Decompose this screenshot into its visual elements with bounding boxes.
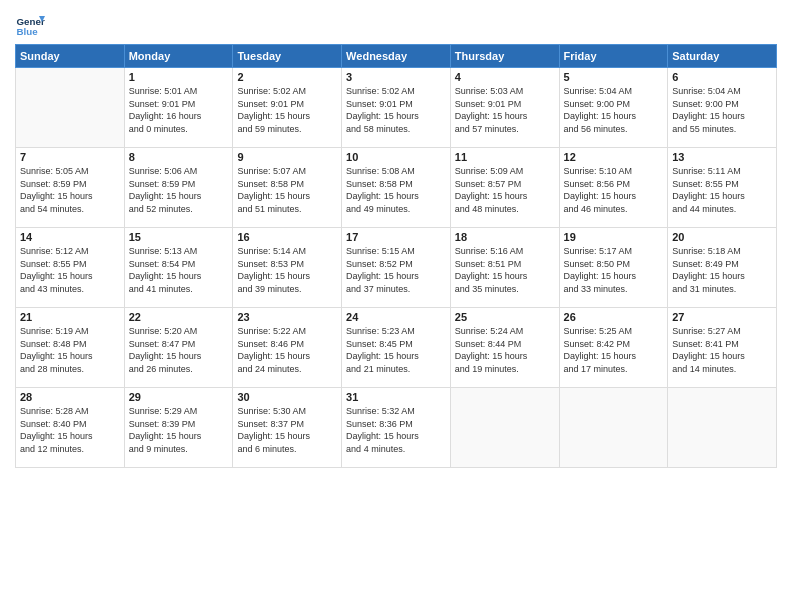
calendar-week-row: 1Sunrise: 5:01 AM Sunset: 9:01 PM Daylig… (16, 68, 777, 148)
calendar-cell: 29Sunrise: 5:29 AM Sunset: 8:39 PM Dayli… (124, 388, 233, 468)
calendar-cell: 25Sunrise: 5:24 AM Sunset: 8:44 PM Dayli… (450, 308, 559, 388)
day-info: Sunrise: 5:02 AM Sunset: 9:01 PM Dayligh… (237, 85, 337, 135)
weekday-header-saturday: Saturday (668, 45, 777, 68)
day-info: Sunrise: 5:19 AM Sunset: 8:48 PM Dayligh… (20, 325, 120, 375)
day-info: Sunrise: 5:02 AM Sunset: 9:01 PM Dayligh… (346, 85, 446, 135)
day-number: 13 (672, 151, 772, 163)
day-number: 10 (346, 151, 446, 163)
day-info: Sunrise: 5:18 AM Sunset: 8:49 PM Dayligh… (672, 245, 772, 295)
calendar-cell: 31Sunrise: 5:32 AM Sunset: 8:36 PM Dayli… (342, 388, 451, 468)
svg-text:Blue: Blue (17, 26, 39, 37)
calendar-cell (559, 388, 668, 468)
calendar-week-row: 28Sunrise: 5:28 AM Sunset: 8:40 PM Dayli… (16, 388, 777, 468)
day-number: 7 (20, 151, 120, 163)
day-number: 1 (129, 71, 229, 83)
calendar-cell (16, 68, 125, 148)
calendar-cell: 27Sunrise: 5:27 AM Sunset: 8:41 PM Dayli… (668, 308, 777, 388)
calendar-cell: 7Sunrise: 5:05 AM Sunset: 8:59 PM Daylig… (16, 148, 125, 228)
calendar-week-row: 7Sunrise: 5:05 AM Sunset: 8:59 PM Daylig… (16, 148, 777, 228)
day-number: 30 (237, 391, 337, 403)
day-info: Sunrise: 5:04 AM Sunset: 9:00 PM Dayligh… (672, 85, 772, 135)
day-number: 19 (564, 231, 664, 243)
day-info: Sunrise: 5:27 AM Sunset: 8:41 PM Dayligh… (672, 325, 772, 375)
calendar-cell: 12Sunrise: 5:10 AM Sunset: 8:56 PM Dayli… (559, 148, 668, 228)
calendar-cell: 23Sunrise: 5:22 AM Sunset: 8:46 PM Dayli… (233, 308, 342, 388)
day-number: 12 (564, 151, 664, 163)
day-number: 4 (455, 71, 555, 83)
day-info: Sunrise: 5:04 AM Sunset: 9:00 PM Dayligh… (564, 85, 664, 135)
day-info: Sunrise: 5:06 AM Sunset: 8:59 PM Dayligh… (129, 165, 229, 215)
calendar-cell: 2Sunrise: 5:02 AM Sunset: 9:01 PM Daylig… (233, 68, 342, 148)
calendar-cell (668, 388, 777, 468)
day-number: 29 (129, 391, 229, 403)
calendar-cell: 18Sunrise: 5:16 AM Sunset: 8:51 PM Dayli… (450, 228, 559, 308)
day-number: 26 (564, 311, 664, 323)
day-info: Sunrise: 5:15 AM Sunset: 8:52 PM Dayligh… (346, 245, 446, 295)
day-info: Sunrise: 5:12 AM Sunset: 8:55 PM Dayligh… (20, 245, 120, 295)
day-number: 21 (20, 311, 120, 323)
calendar-cell: 11Sunrise: 5:09 AM Sunset: 8:57 PM Dayli… (450, 148, 559, 228)
day-info: Sunrise: 5:30 AM Sunset: 8:37 PM Dayligh… (237, 405, 337, 455)
calendar-cell: 21Sunrise: 5:19 AM Sunset: 8:48 PM Dayli… (16, 308, 125, 388)
day-number: 20 (672, 231, 772, 243)
day-info: Sunrise: 5:24 AM Sunset: 8:44 PM Dayligh… (455, 325, 555, 375)
day-number: 3 (346, 71, 446, 83)
calendar-cell (450, 388, 559, 468)
day-number: 15 (129, 231, 229, 243)
day-number: 6 (672, 71, 772, 83)
day-info: Sunrise: 5:14 AM Sunset: 8:53 PM Dayligh… (237, 245, 337, 295)
calendar-cell: 10Sunrise: 5:08 AM Sunset: 8:58 PM Dayli… (342, 148, 451, 228)
day-info: Sunrise: 5:16 AM Sunset: 8:51 PM Dayligh… (455, 245, 555, 295)
day-number: 22 (129, 311, 229, 323)
day-info: Sunrise: 5:13 AM Sunset: 8:54 PM Dayligh… (129, 245, 229, 295)
weekday-header-wednesday: Wednesday (342, 45, 451, 68)
calendar-cell: 1Sunrise: 5:01 AM Sunset: 9:01 PM Daylig… (124, 68, 233, 148)
day-info: Sunrise: 5:23 AM Sunset: 8:45 PM Dayligh… (346, 325, 446, 375)
day-number: 5 (564, 71, 664, 83)
calendar-cell: 28Sunrise: 5:28 AM Sunset: 8:40 PM Dayli… (16, 388, 125, 468)
calendar-cell: 20Sunrise: 5:18 AM Sunset: 8:49 PM Dayli… (668, 228, 777, 308)
day-info: Sunrise: 5:05 AM Sunset: 8:59 PM Dayligh… (20, 165, 120, 215)
day-info: Sunrise: 5:29 AM Sunset: 8:39 PM Dayligh… (129, 405, 229, 455)
calendar-cell: 9Sunrise: 5:07 AM Sunset: 8:58 PM Daylig… (233, 148, 342, 228)
calendar-week-row: 14Sunrise: 5:12 AM Sunset: 8:55 PM Dayli… (16, 228, 777, 308)
day-number: 27 (672, 311, 772, 323)
day-info: Sunrise: 5:17 AM Sunset: 8:50 PM Dayligh… (564, 245, 664, 295)
calendar-cell: 26Sunrise: 5:25 AM Sunset: 8:42 PM Dayli… (559, 308, 668, 388)
calendar-cell: 6Sunrise: 5:04 AM Sunset: 9:00 PM Daylig… (668, 68, 777, 148)
logo: General Blue (15, 10, 45, 40)
day-info: Sunrise: 5:07 AM Sunset: 8:58 PM Dayligh… (237, 165, 337, 215)
calendar-cell: 17Sunrise: 5:15 AM Sunset: 8:52 PM Dayli… (342, 228, 451, 308)
calendar-cell: 22Sunrise: 5:20 AM Sunset: 8:47 PM Dayli… (124, 308, 233, 388)
logo-icon: General Blue (15, 10, 45, 40)
weekday-header-friday: Friday (559, 45, 668, 68)
calendar-cell: 14Sunrise: 5:12 AM Sunset: 8:55 PM Dayli… (16, 228, 125, 308)
day-info: Sunrise: 5:28 AM Sunset: 8:40 PM Dayligh… (20, 405, 120, 455)
header: General Blue (15, 10, 777, 40)
calendar-cell: 3Sunrise: 5:02 AM Sunset: 9:01 PM Daylig… (342, 68, 451, 148)
calendar-page: General Blue SundayMondayTuesdayWednesda… (0, 0, 792, 612)
day-number: 31 (346, 391, 446, 403)
day-info: Sunrise: 5:03 AM Sunset: 9:01 PM Dayligh… (455, 85, 555, 135)
day-info: Sunrise: 5:10 AM Sunset: 8:56 PM Dayligh… (564, 165, 664, 215)
day-info: Sunrise: 5:08 AM Sunset: 8:58 PM Dayligh… (346, 165, 446, 215)
day-info: Sunrise: 5:32 AM Sunset: 8:36 PM Dayligh… (346, 405, 446, 455)
weekday-header-thursday: Thursday (450, 45, 559, 68)
day-number: 18 (455, 231, 555, 243)
day-number: 8 (129, 151, 229, 163)
day-number: 25 (455, 311, 555, 323)
day-number: 24 (346, 311, 446, 323)
day-info: Sunrise: 5:01 AM Sunset: 9:01 PM Dayligh… (129, 85, 229, 135)
weekday-header-sunday: Sunday (16, 45, 125, 68)
calendar-week-row: 21Sunrise: 5:19 AM Sunset: 8:48 PM Dayli… (16, 308, 777, 388)
day-info: Sunrise: 5:25 AM Sunset: 8:42 PM Dayligh… (564, 325, 664, 375)
weekday-header-monday: Monday (124, 45, 233, 68)
calendar-cell: 5Sunrise: 5:04 AM Sunset: 9:00 PM Daylig… (559, 68, 668, 148)
day-number: 16 (237, 231, 337, 243)
day-number: 2 (237, 71, 337, 83)
calendar-cell: 15Sunrise: 5:13 AM Sunset: 8:54 PM Dayli… (124, 228, 233, 308)
day-number: 23 (237, 311, 337, 323)
day-info: Sunrise: 5:22 AM Sunset: 8:46 PM Dayligh… (237, 325, 337, 375)
calendar-cell: 8Sunrise: 5:06 AM Sunset: 8:59 PM Daylig… (124, 148, 233, 228)
calendar-cell: 24Sunrise: 5:23 AM Sunset: 8:45 PM Dayli… (342, 308, 451, 388)
